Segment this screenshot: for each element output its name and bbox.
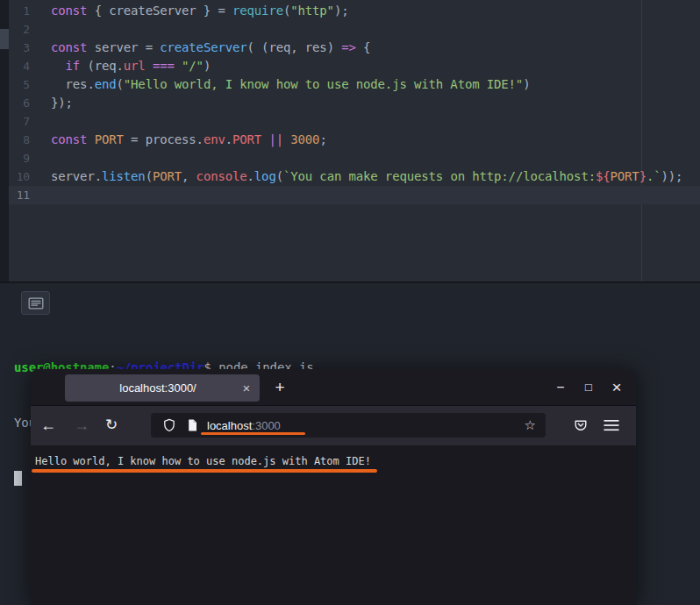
code-line[interactable]: 8const PORT = process.env.PORT || 3000; [9, 131, 700, 149]
url-port: :3000 [252, 419, 281, 432]
code-editor[interactable]: 1const { createServer } = require("http"… [0, 0, 700, 281]
line-number: 6 [9, 94, 42, 112]
code-text: if (req.url === "/") [42, 57, 211, 75]
code-line[interactable]: 10server.listen(PORT, console.log(`You c… [9, 167, 700, 186]
editor-left-strip [0, 0, 9, 281]
maximize-button[interactable]: □ [580, 381, 597, 394]
url-annotation-underline [201, 432, 305, 435]
back-icon[interactable]: ← [38, 413, 59, 438]
editor-pane[interactable]: 1const { createServer } = require("http"… [9, 0, 700, 281]
page-annotation-underline [32, 469, 377, 473]
code-line[interactable]: 6}); [9, 94, 700, 112]
browser-window: localhost:3000/ × + − □ × ← → ↻ [31, 369, 636, 605]
url-text: localhost:3000 [207, 419, 281, 432]
code-lines: 1const { createServer } = require("http"… [9, 2, 700, 204]
code-line[interactable]: 7 [9, 112, 700, 131]
code-line[interactable]: 1const { createServer } = require("http"… [9, 2, 700, 20]
browser-tab[interactable]: localhost:3000/ × [65, 374, 260, 402]
page-text: Hello world, I know how to use node.js w… [35, 455, 371, 467]
reload-icon[interactable]: ↻ [101, 413, 122, 438]
terminal-cursor [14, 471, 22, 486]
browser-navbar: ← → ↻ localhost:3000 ☆ [31, 405, 636, 445]
browser-page-content: Hello world, I know how to use node.js w… [31, 445, 636, 605]
code-text: server.listen(PORT, console.log(`You can… [42, 167, 682, 186]
line-number: 4 [9, 57, 42, 75]
url-bar[interactable]: localhost:3000 ☆ [151, 413, 546, 438]
terminal-toggle-button[interactable] [21, 291, 50, 315]
code-line[interactable]: 4 if (req.url === "/") [9, 57, 700, 75]
code-text [42, 186, 51, 204]
tab-close-icon[interactable]: × [233, 381, 260, 395]
line-number: 11 [9, 186, 42, 204]
menu-hamburger-icon[interactable] [603, 418, 620, 432]
close-window-button[interactable]: × [608, 378, 625, 397]
line-number: 8 [9, 131, 42, 149]
line-number: 9 [9, 149, 42, 167]
code-text [42, 20, 51, 39]
bookmark-star-icon[interactable]: ☆ [525, 417, 536, 433]
forward-icon[interactable]: → [71, 413, 92, 438]
code-text [42, 112, 51, 131]
code-text: const server = createServer( (req, res) … [42, 39, 370, 57]
code-line[interactable]: 5 res.end("Hello world, I know how to us… [9, 75, 700, 94]
code-line[interactable]: 11 [9, 186, 700, 204]
page-info-icon[interactable] [186, 418, 199, 432]
code-line[interactable]: 3const server = createServer( (req, res)… [9, 39, 700, 57]
new-tab-button[interactable]: + [268, 375, 292, 400]
line-number: 2 [9, 20, 42, 39]
minimize-button[interactable]: − [552, 380, 569, 395]
code-text [42, 149, 51, 167]
editor-strip-indicator [0, 29, 9, 49]
browser-tab-bar: localhost:3000/ × + − □ × [31, 369, 636, 405]
tab-title: localhost:3000/ [65, 381, 233, 395]
shield-icon[interactable] [162, 418, 176, 432]
line-number: 3 [9, 39, 42, 57]
line-number: 7 [9, 112, 42, 131]
line-number: 10 [9, 167, 42, 186]
code-text: }); [42, 94, 73, 112]
code-line[interactable]: 9 [9, 149, 700, 167]
window-controls: − □ × [541, 369, 625, 405]
line-number: 5 [9, 75, 42, 94]
screen: 1const { createServer } = require("http"… [0, 0, 700, 605]
code-line[interactable]: 2 [9, 20, 700, 39]
pocket-icon[interactable] [573, 417, 589, 433]
code-text: const PORT = process.env.PORT || 3000; [42, 131, 327, 149]
line-number: 1 [9, 2, 42, 20]
code-text: res.end("Hello world, I know how to use … [42, 75, 530, 94]
terminal-icon [28, 297, 44, 310]
code-text: const { createServer } = require("http")… [42, 2, 348, 20]
url-host: localhost [207, 419, 252, 432]
